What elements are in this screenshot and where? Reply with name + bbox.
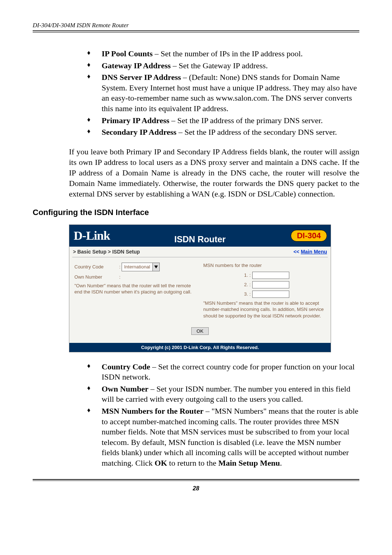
- header-rule: [33, 31, 359, 33]
- msn-index: 1. :: [240, 272, 252, 278]
- main-menu-prefix: <<: [293, 249, 301, 255]
- country-code-select[interactable]: International: [122, 263, 160, 271]
- ok-row: OK: [69, 322, 331, 343]
- definition-list-bottom: Country Code – Set the correct country c…: [83, 362, 359, 469]
- bullet-secondary-ip: Secondary IP Address – Set the IP addres…: [83, 127, 359, 138]
- divider: [72, 257, 328, 258]
- colon: :: [118, 274, 122, 280]
- router-footer: Copyright (c) 2001 D-Link Corp. All Righ…: [69, 343, 331, 352]
- msn-index: 2. :: [240, 282, 252, 287]
- msn-row-1: 1. :: [203, 272, 326, 279]
- bullet-text: – Set the Gateway IP address.: [171, 61, 268, 70]
- bullet-bold3: Main Setup Menu: [218, 458, 280, 467]
- section-heading: Configuring the ISDN Interface: [33, 208, 359, 217]
- footer-rule: [33, 479, 359, 481]
- msn-input-2[interactable]: [252, 281, 289, 288]
- bullet-text: – Set the IP address of the secondary DN…: [176, 127, 337, 137]
- msn-input-1[interactable]: [252, 272, 289, 279]
- bullet-primary-ip: Primary IP Address – Set the IP address …: [83, 116, 359, 126]
- bullet-text2: to return to the: [167, 458, 218, 467]
- bullet-gateway-ip: Gateway IP Address – Set the Gateway IP …: [83, 61, 359, 71]
- bullet-label: Primary IP Address: [102, 116, 170, 125]
- left-column: Country Code : International Own Number …: [74, 263, 203, 319]
- ok-button[interactable]: OK: [191, 327, 209, 335]
- msn-header: MSN numbers for the router: [203, 263, 326, 268]
- bullet-country-code: Country Code – Set the correct country c…: [83, 362, 359, 382]
- form-area: Country Code : International Own Number …: [69, 263, 331, 322]
- msn-index: 3. :: [240, 291, 252, 297]
- msn-note: "MSN Numbers" means that the router is a…: [203, 300, 326, 319]
- svg-marker-0: [154, 266, 158, 268]
- breadcrumb: > Basic Setup > ISDN Setup: [73, 249, 140, 255]
- bullet-bold2: OK: [155, 458, 167, 467]
- bullet-own-number: Own Number – Set your ISDN number. The n…: [83, 384, 359, 405]
- bullet-label: Gateway IP Address: [102, 61, 171, 70]
- router-panel: D-Link ISDN Router DI-304 > Basic Setup …: [69, 224, 331, 352]
- body-paragraph: If you leave both Primary IP and Seconda…: [69, 146, 359, 199]
- page: DI-304/DI-304M ISDN Remote Router IP Poo…: [0, 0, 392, 555]
- bullet-label: MSN Numbers for the Router: [102, 406, 204, 416]
- country-code-value: International: [122, 264, 152, 270]
- own-number-label: Own Number: [74, 274, 118, 280]
- bullet-label: Own Number: [102, 384, 148, 393]
- right-column: MSN numbers for the router 1. : 2. : 3. …: [203, 263, 326, 319]
- bullet-msn-numbers: MSN Numbers for the Router – "MSN Number…: [83, 406, 359, 469]
- country-code-label: Country Code: [74, 264, 118, 270]
- bullet-text3: .: [280, 458, 282, 467]
- page-number: 28: [33, 485, 359, 492]
- country-code-row: Country Code : International: [74, 263, 197, 271]
- breadcrumb-row: > Basic Setup > ISDN Setup << Main Menu: [69, 247, 331, 257]
- definition-list-top: IP Pool Counts – Set the number of IPs i…: [83, 49, 359, 138]
- chevron-down-icon[interactable]: [152, 263, 159, 271]
- bullet-label: IP Pool Counts: [102, 49, 153, 58]
- own-number-note: "Own Number" means that the router will …: [74, 283, 197, 295]
- running-head: DI-304/DI-304M ISDN Remote Router: [33, 22, 359, 31]
- bullet-label: Country Code: [102, 362, 150, 371]
- model-badge: DI-304: [291, 230, 327, 242]
- bullet-dns-server-ip: DNS Server IP Address – (Default: None) …: [83, 72, 359, 114]
- msn-input-3[interactable]: [252, 291, 289, 298]
- colon: :: [118, 264, 122, 270]
- main-menu-link[interactable]: Main Menu: [301, 249, 327, 255]
- bullet-text: – Set the IP address of the primary DNS …: [170, 116, 323, 125]
- bullet-label: DNS Server IP Address: [102, 73, 181, 82]
- msn-row-3: 3. :: [203, 291, 326, 298]
- main-menu-link-wrap: << Main Menu: [293, 249, 327, 255]
- own-number-row: Own Number :: [74, 274, 197, 280]
- bullet-text: – Set the number of IPs in the IP addres…: [153, 49, 303, 58]
- router-header: D-Link ISDN Router DI-304: [69, 225, 331, 247]
- msn-row-2: 2. :: [203, 281, 326, 288]
- bullet-label: Secondary IP Address: [102, 127, 176, 137]
- bullet-ip-pool-counts: IP Pool Counts – Set the number of IPs i…: [83, 49, 359, 59]
